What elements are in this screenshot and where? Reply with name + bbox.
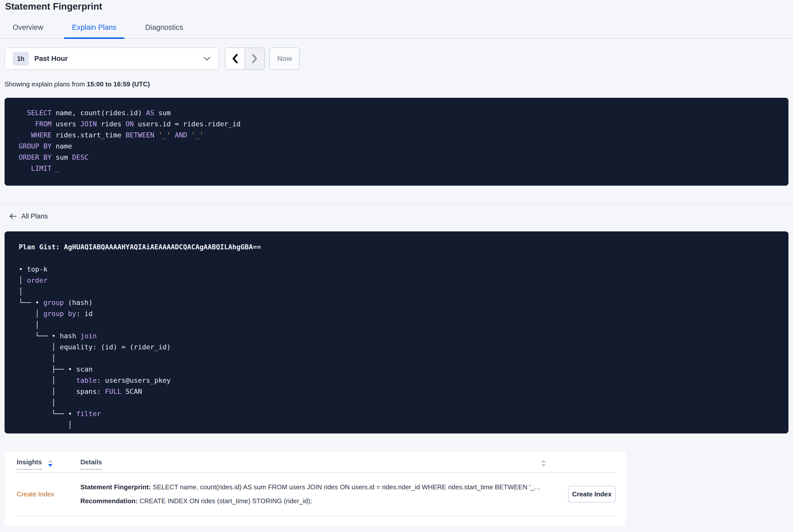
time-controls: 1h Past Hour Now — [4, 48, 789, 70]
previous-time-button[interactable] — [225, 48, 245, 69]
insights-table-header: Insights Details — [17, 452, 616, 473]
time-range-label: Past Hour — [34, 55, 68, 63]
caption-prefix: Showing explain plans from — [4, 80, 87, 88]
statement-fingerprint-line: Statement Fingerprint: SELECT name, coun… — [80, 483, 556, 491]
table-row: Create Index Statement Fingerprint: SELE… — [17, 473, 616, 516]
all-plans-back-link[interactable]: All Plans — [9, 212, 48, 221]
insight-details-cell: Statement Fingerprint: SELECT name, coun… — [80, 483, 556, 505]
next-time-button[interactable] — [245, 48, 264, 69]
create-index-button[interactable]: Create Index — [568, 486, 616, 502]
chevron-left-icon — [231, 54, 239, 64]
time-range-caption: Showing explain plans from 15:00 to 16:5… — [4, 80, 789, 88]
sql-statement-box: SELECT name, count(rides.id) AS sum FROM… — [4, 98, 789, 186]
chevron-down-icon — [203, 56, 211, 61]
now-button[interactable]: Now — [269, 48, 300, 70]
chevron-right-icon — [251, 54, 258, 64]
time-step-buttons — [225, 48, 265, 70]
tab-explain-plans[interactable]: Explain Plans — [67, 23, 121, 38]
sort-up-icon — [541, 460, 546, 462]
sort-down-icon — [541, 464, 546, 467]
tab-bar: Overview Explain Plans Diagnostics — [0, 21, 793, 39]
page-title: Statement Fingerprint — [0, 0, 793, 12]
column-header-details[interactable]: Details — [80, 458, 102, 470]
sort-up-icon — [48, 460, 53, 462]
caption-range: 15:00 to 16:59 (UTC) — [87, 80, 150, 88]
sort-icon-details[interactable] — [541, 460, 546, 467]
section-divider — [0, 204, 793, 204]
column-header-insights[interactable]: Insights — [17, 458, 42, 470]
explain-plan-box: Plan Gist: AgHUAQIABQAAAAHYAQIAiAEAAAADC… — [4, 231, 789, 434]
tab-diagnostics[interactable]: Diagnostics — [140, 23, 188, 38]
time-range-select[interactable]: 1h Past Hour — [4, 48, 219, 70]
insights-table-card: Insights Details Create Index Statement … — [4, 452, 626, 526]
arrow-left-icon — [9, 213, 17, 220]
sort-icon-insights[interactable] — [48, 460, 53, 467]
recommendation-line: Recommendation: CREATE INDEX ON rides (s… — [80, 497, 556, 505]
all-plans-label: All Plans — [21, 212, 48, 220]
insight-type-link[interactable]: Create Index — [17, 490, 80, 498]
sort-down-icon — [48, 464, 53, 467]
time-range-badge: 1h — [13, 52, 29, 65]
tab-overview[interactable]: Overview — [7, 23, 48, 38]
